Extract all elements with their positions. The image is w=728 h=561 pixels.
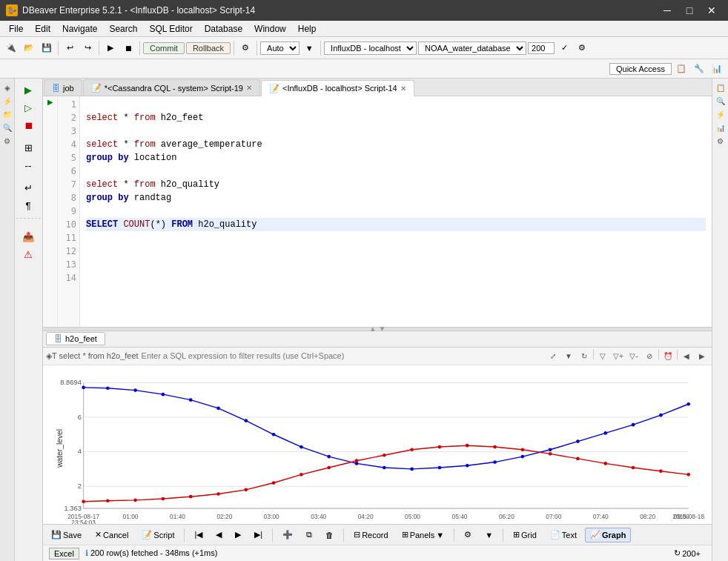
- filter-funnel-icon[interactable]: ▽: [596, 349, 609, 362]
- svg-point-31: [133, 388, 137, 392]
- window-title: DBeaver Enterprise 5.2.1 - <InfluxDB - l…: [22, 5, 255, 16]
- toolbar-sep-2: [99, 41, 99, 56]
- cancel-results-button[interactable]: ✕ Cancel: [90, 528, 133, 542]
- filter-input[interactable]: [142, 351, 543, 360]
- filter-dropdown-icon[interactable]: ▼: [562, 349, 575, 362]
- svg-text:2: 2: [78, 482, 82, 490]
- navigate-200-button[interactable]: ↻ 200+: [669, 546, 706, 561]
- prev-page-icon[interactable]: ◀: [680, 349, 693, 362]
- transaction-button[interactable]: ⚙: [237, 40, 254, 56]
- tb2-btn3[interactable]: 📊: [709, 61, 725, 77]
- filter-clear-icon[interactable]: ⊘: [643, 349, 656, 362]
- execute-button[interactable]: ▶: [16, 82, 40, 98]
- undo-button[interactable]: ↩: [62, 40, 78, 56]
- bt-sep-4: [454, 528, 454, 542]
- sidebar-icon-5[interactable]: ⚙: [1, 135, 13, 147]
- toolbar-sep-1: [58, 41, 59, 56]
- grid-button[interactable]: ⊞ Grid: [508, 528, 542, 542]
- prev-row-button[interactable]: ◀: [211, 528, 227, 542]
- save-toolbar-button[interactable]: 💾: [39, 40, 55, 56]
- new-connection-button[interactable]: 🔌: [3, 40, 19, 56]
- excel-export-button[interactable]: Excel: [49, 548, 79, 560]
- rp-icon-1[interactable]: 📋: [715, 82, 727, 93]
- window-controls: ─ □ ✕: [657, 2, 722, 19]
- menu-help[interactable]: Help: [292, 22, 322, 36]
- graph-button[interactable]: 📈 Graph: [585, 528, 631, 542]
- show-whitespace-button[interactable]: ¶: [16, 197, 40, 213]
- sidebar-icon-1[interactable]: ◈: [1, 82, 13, 93]
- next-row-button[interactable]: ▶: [230, 528, 246, 542]
- configure-button[interactable]: ⚙: [459, 528, 477, 542]
- close-button[interactable]: ✕: [701, 2, 722, 19]
- refresh-icon[interactable]: ↻: [578, 349, 591, 362]
- expand-icon[interactable]: ⤢: [546, 349, 560, 362]
- first-row-button[interactable]: |◀: [189, 528, 208, 542]
- sidebar-icon-4[interactable]: 🔍: [1, 122, 13, 133]
- configure-dropdown[interactable]: ▼: [480, 528, 498, 542]
- auto-commit-select[interactable]: Auto: [260, 42, 300, 55]
- code-editor[interactable]: ▶ 12345 678910 11121314 select * from h2…: [43, 96, 712, 327]
- script-button[interactable]: 📝 Script: [136, 528, 179, 542]
- import-button[interactable]: ⚠: [16, 246, 40, 262]
- stop-query-button[interactable]: ⏹: [16, 117, 40, 133]
- rp-icon-2[interactable]: 🔍: [715, 95, 727, 107]
- tab-cassandra[interactable]: 📝 *<Cassandra CQL - system> Script-19 ✕: [83, 79, 260, 96]
- sidebar-icon-3[interactable]: 📁: [1, 108, 13, 120]
- quick-access-button[interactable]: Quick Access: [609, 63, 672, 75]
- auto-refresh-icon[interactable]: ⏰: [661, 349, 675, 362]
- word-wrap-button[interactable]: ↵: [16, 179, 40, 196]
- code-content[interactable]: select * from h2o_feet select * from ave…: [80, 96, 712, 327]
- menu-file[interactable]: File: [3, 22, 29, 36]
- settings-button[interactable]: ⚙: [574, 40, 590, 56]
- tb2-btn2[interactable]: 🔧: [691, 61, 707, 77]
- auto-dropdown[interactable]: ▼: [301, 40, 317, 56]
- rp-icon-3[interactable]: ⚡: [715, 108, 727, 120]
- next-page-icon[interactable]: ▶: [695, 349, 709, 362]
- execute-script-button[interactable]: ▷: [16, 99, 40, 116]
- delete-row-button[interactable]: 🗑: [320, 528, 339, 542]
- format-sql-button[interactable]: ⊞: [16, 139, 40, 156]
- add-row-button[interactable]: ➕: [277, 528, 298, 542]
- panels-button[interactable]: ⊞ Panels ▼: [397, 528, 450, 542]
- record-button[interactable]: ⊟ Record: [348, 528, 393, 542]
- menu-database[interactable]: Database: [199, 22, 248, 36]
- menu-sql-editor[interactable]: SQL Editor: [143, 22, 198, 36]
- text-button[interactable]: 📄 Text: [545, 528, 582, 542]
- row-limit-apply[interactable]: ✓: [556, 40, 572, 56]
- toggle-comment-button[interactable]: --: [16, 157, 40, 173]
- connection-select[interactable]: InfluxDB - localhost: [324, 42, 417, 55]
- tab-cassandra-close[interactable]: ✕: [246, 84, 252, 92]
- duplicate-row-button[interactable]: ⧉: [301, 528, 317, 542]
- sidebar-icon-2[interactable]: ⚡: [1, 95, 13, 107]
- maximize-button[interactable]: □: [679, 2, 700, 19]
- tab-influx-close[interactable]: ✕: [400, 84, 406, 93]
- run-line-arrow[interactable]: ▶: [47, 98, 53, 106]
- minimize-button[interactable]: ─: [657, 2, 678, 19]
- commit-button[interactable]: Commit: [143, 42, 185, 54]
- save-results-button[interactable]: 💾 Save: [46, 528, 87, 542]
- tab-influx[interactable]: 📝 <InfluxDB - localhost> Script-14 ✕: [261, 80, 414, 96]
- results-tab-h2o-feet[interactable]: 🗄 h2o_feet: [46, 332, 105, 345]
- open-button[interactable]: 📂: [21, 40, 37, 56]
- rp-icon-4[interactable]: 📊: [715, 122, 727, 133]
- filter-add-icon[interactable]: ▽+: [612, 349, 625, 362]
- row-limit-input[interactable]: [528, 42, 555, 54]
- last-row-button[interactable]: ▶|: [249, 528, 268, 542]
- rp-icon-5[interactable]: ⚙: [715, 135, 727, 147]
- redo-button[interactable]: ↪: [79, 40, 96, 56]
- menu-navigate[interactable]: Navigate: [56, 22, 103, 36]
- filter-remove-icon[interactable]: ▽-: [627, 349, 641, 362]
- tb2-btn1[interactable]: 📋: [673, 61, 689, 77]
- run-button[interactable]: ▶: [102, 40, 119, 56]
- tab-job[interactable]: 🗄 job: [44, 79, 82, 96]
- svg-point-49: [632, 422, 635, 426]
- menu-window[interactable]: Window: [248, 22, 292, 36]
- svg-point-56: [189, 494, 193, 498]
- stop-button[interactable]: ⏹: [120, 40, 136, 56]
- menu-search[interactable]: Search: [103, 22, 143, 36]
- export-button[interactable]: 📤: [16, 228, 40, 245]
- database-select[interactable]: NOAA_water_database: [418, 42, 526, 55]
- menu-edit[interactable]: Edit: [29, 22, 56, 36]
- rollback-button[interactable]: Rollback: [186, 42, 231, 54]
- toolbar-sep-6: [320, 41, 321, 56]
